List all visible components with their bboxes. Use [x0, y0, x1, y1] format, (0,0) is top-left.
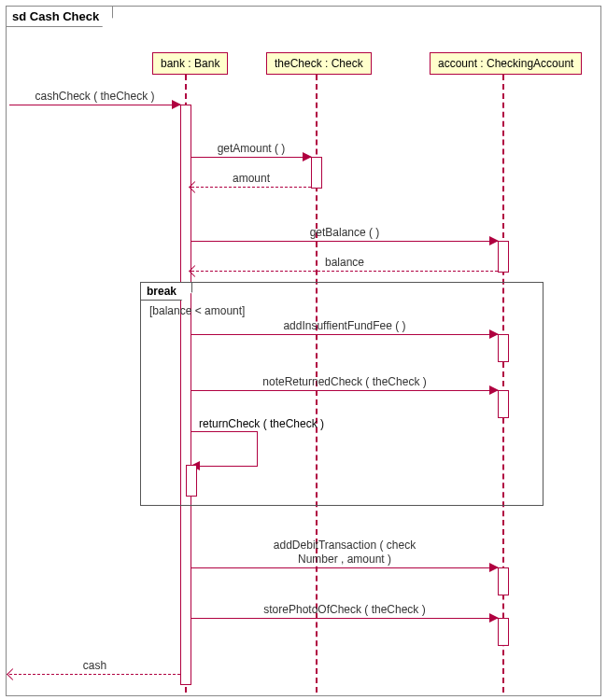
- msg-addfee: addInsuffientFundFee ( ): [191, 334, 498, 335]
- fragment-operator: break: [140, 282, 192, 301]
- msg-adddebit: addDebitTransaction ( check Number , amo…: [191, 567, 498, 568]
- activation-account-storephoto: [498, 618, 509, 646]
- activation-check-getamount: [311, 157, 322, 189]
- activation-account-adddebit: [498, 567, 509, 595]
- activation-account-noteret: [498, 390, 509, 418]
- lifeline-bank-head: bank : Bank: [152, 52, 228, 75]
- activation-bank-returncheck: [186, 465, 197, 497]
- arrowhead-icon: [172, 100, 181, 109]
- msg-cash-return: cash: [9, 674, 180, 675]
- msg-cash-label: cash: [83, 659, 106, 672]
- msg-noteret-label: noteReturnedCheck ( theCheck ): [262, 375, 426, 388]
- lifeline-check-head: theCheck : Check: [266, 52, 372, 75]
- msg-returncheck-self: returnCheck ( theCheck ): [191, 431, 258, 467]
- activation-account-addfee: [498, 334, 509, 362]
- sequence-diagram: sd Cash Check bank : Bank theCheck : Che…: [0, 0, 607, 700]
- msg-storephoto: storePhotoOfCheck ( theCheck ): [191, 618, 498, 619]
- msg-balance-label: balance: [325, 256, 364, 269]
- msg-getbalance: getBalance ( ): [191, 241, 498, 242]
- msg-getamount: getAmount ( ): [191, 157, 311, 158]
- diagram-title: sd Cash Check: [6, 6, 113, 27]
- fragment-guard: [balance < amount]: [149, 304, 245, 317]
- msg-addfee-label: addInsuffientFundFee ( ): [283, 319, 405, 332]
- msg-returncheck-label: returnCheck ( theCheck ): [199, 417, 324, 430]
- msg-noteret: noteReturnedCheck ( theCheck ): [191, 390, 498, 391]
- msg-storephoto-label: storePhotoOfCheck ( theCheck ): [263, 603, 425, 616]
- msg-getbalance-label: getBalance ( ): [310, 226, 380, 239]
- msg-adddebit-line2: Number , amount ): [298, 553, 391, 566]
- msg-adddebit-label: addDebitTransaction ( check Number , amo…: [274, 539, 416, 566]
- msg-cashcheck-label: cashCheck ( theCheck ): [35, 90, 154, 103]
- msg-amount-label: amount: [233, 172, 270, 185]
- activation-account-getbalance: [498, 241, 509, 273]
- lifeline-account-head: account : CheckingAccount: [430, 52, 582, 75]
- msg-getamount-label: getAmount ( ): [218, 142, 286, 155]
- msg-cashcheck: cashCheck ( theCheck ): [9, 105, 180, 105]
- msg-adddebit-line1: addDebitTransaction ( check: [274, 539, 416, 552]
- msg-amount-return: amount: [191, 187, 311, 188]
- msg-balance-return: balance: [191, 271, 498, 272]
